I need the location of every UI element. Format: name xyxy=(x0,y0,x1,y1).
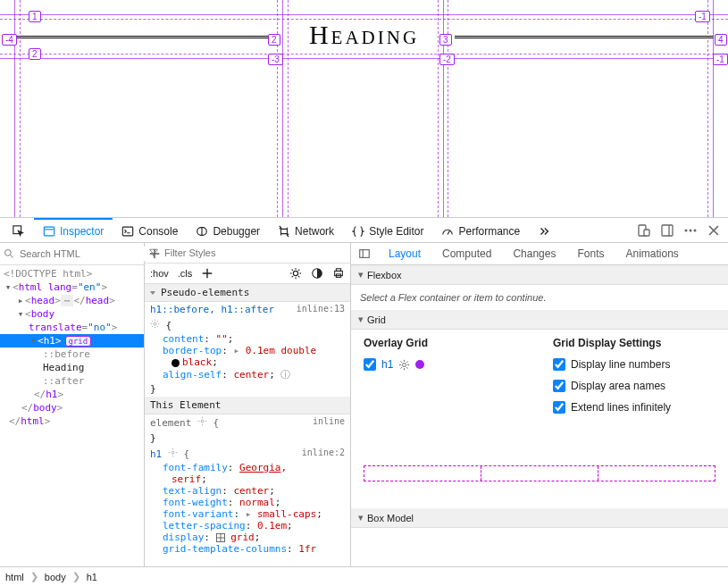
tab-style-editor[interactable]: Style Editor xyxy=(343,218,432,243)
css-declaration[interactable]: display: grid; xyxy=(145,532,350,543)
breadcrumb-item[interactable]: html xyxy=(5,572,24,582)
grid-line-number: 2 xyxy=(29,48,41,60)
cls-toggle[interactable]: .cls xyxy=(178,268,193,279)
display-line-numbers-checkbox[interactable] xyxy=(553,358,565,371)
svg-line-6 xyxy=(448,230,450,234)
dom-node[interactable]: ▾<body xyxy=(0,307,144,321)
picker-icon xyxy=(13,225,25,238)
grid-color-swatch[interactable] xyxy=(415,360,424,369)
grid-badge[interactable]: grid xyxy=(65,336,92,347)
css-declaration[interactable]: border-top: ▸ 0.1em double xyxy=(145,345,350,356)
css-declaration[interactable]: grid-template-columns: 1fr xyxy=(145,543,350,555)
css-declaration[interactable]: text-align: center; xyxy=(145,485,350,497)
dom-node[interactable]: </html> xyxy=(0,414,144,428)
svg-rect-8 xyxy=(644,230,649,236)
tabs-overflow-button[interactable] xyxy=(529,218,559,243)
dom-pseudo[interactable]: ::before xyxy=(0,347,144,361)
css-selector[interactable]: element {inline xyxy=(145,414,350,431)
flexbox-message: Select a Flex container or item to conti… xyxy=(351,285,728,310)
grid-icon[interactable] xyxy=(216,533,225,542)
css-declaration[interactable]: align-self: center; ⓘ xyxy=(145,368,350,381)
grid-line xyxy=(707,0,708,217)
dom-node[interactable]: <!DOCTYPE html> xyxy=(0,267,144,280)
grid-line-number: -2 xyxy=(439,54,455,65)
grid-line-number: -1 xyxy=(695,11,710,22)
css-selector[interactable]: h1::before, h1::afterinline:13 xyxy=(145,302,350,317)
grid-line-number: -1 xyxy=(713,54,728,65)
tab-console[interactable]: Console xyxy=(113,218,187,243)
css-declaration[interactable]: font-family: Georgia, xyxy=(145,462,350,473)
color-swatch[interactable] xyxy=(172,359,180,367)
this-element-header[interactable]: This Element xyxy=(145,397,350,414)
dom-tree[interactable]: <!DOCTYPE html> ▾<html lang="en"> ▸<head… xyxy=(0,265,144,566)
css-declaration[interactable]: letter-spacing: 0.1em; xyxy=(145,520,350,532)
filter-styles-input[interactable] xyxy=(163,246,347,260)
info-icon[interactable]: ⓘ xyxy=(280,369,290,381)
light-theme-button[interactable] xyxy=(289,267,302,280)
dark-theme-button[interactable] xyxy=(311,267,323,280)
svg-rect-1 xyxy=(44,227,54,236)
tab-inspector[interactable]: Inspector xyxy=(34,218,113,243)
dom-text-node[interactable]: Heading xyxy=(0,361,144,374)
grid-outline-preview xyxy=(364,465,715,481)
layout-tab-animations[interactable]: Animations xyxy=(615,243,689,264)
heading-rule-right xyxy=(455,36,714,38)
extend-lines-checkbox[interactable] xyxy=(553,401,565,414)
overlay-grid-item[interactable]: h1 xyxy=(381,358,393,371)
display-area-names-checkbox[interactable] xyxy=(553,380,565,392)
tab-network[interactable]: Network xyxy=(269,218,343,243)
css-declaration[interactable]: content: ""; xyxy=(145,333,350,345)
layout-tab-layout[interactable]: Layout xyxy=(378,243,431,264)
dom-pseudo[interactable]: ::after xyxy=(0,374,144,388)
gear-icon[interactable] xyxy=(150,319,160,329)
dom-node[interactable]: ▾<html lang="en"> xyxy=(0,280,144,294)
css-declaration[interactable]: black; xyxy=(145,356,350,368)
dock-mode-button[interactable] xyxy=(660,223,674,238)
expand-toggle[interactable]: ▾ xyxy=(29,335,38,347)
grid-accordion[interactable]: ▾Grid xyxy=(351,310,728,330)
dom-node[interactable]: ▸<head>⋯</head> xyxy=(0,294,144,307)
gear-icon[interactable] xyxy=(168,448,178,457)
layout-tab-changes[interactable]: Changes xyxy=(502,243,566,264)
print-media-button[interactable] xyxy=(332,267,345,280)
close-devtools-button[interactable] xyxy=(707,223,721,238)
filter-icon xyxy=(148,247,159,258)
css-declaration[interactable]: serif; xyxy=(145,473,350,485)
css-selector[interactable]: h1 {inline:2 xyxy=(145,446,350,462)
css-declaration[interactable]: font-variant: ▸ small-caps; xyxy=(145,508,350,520)
search-html-input[interactable] xyxy=(18,247,145,261)
breadcrumb-item[interactable]: body xyxy=(45,572,66,582)
pseudo-section-header[interactable]: Pseudo-elements xyxy=(145,284,350,302)
page-viewport: Heading 1 2 2 -3 3 -2 -1 4 -1 -4 xyxy=(0,0,728,218)
more-options-button[interactable] xyxy=(683,223,698,238)
tab-debugger[interactable]: Debugger xyxy=(187,218,269,243)
dom-node[interactable]: </h1> xyxy=(0,388,144,401)
chevron-double-right-icon xyxy=(538,225,550,238)
expand-toggle[interactable]: ▾ xyxy=(16,308,25,320)
flexbox-accordion[interactable]: ▾Flexbox xyxy=(351,265,728,285)
toggle-sidebar-button[interactable] xyxy=(351,243,378,264)
grid-line xyxy=(20,0,21,217)
gear-icon[interactable] xyxy=(197,416,207,426)
grid-line xyxy=(0,19,728,20)
gear-icon[interactable] xyxy=(398,359,410,371)
element-picker-button[interactable] xyxy=(4,218,34,243)
layout-tab-fonts[interactable]: Fonts xyxy=(566,243,615,264)
expand-toggle[interactable]: ▸ xyxy=(16,295,25,306)
grid-line xyxy=(0,54,728,54)
dom-node-selected[interactable]: ▾<h1>grid xyxy=(0,334,144,347)
layout-tab-computed[interactable]: Computed xyxy=(431,243,502,264)
breadcrumb-item[interactable]: h1 xyxy=(87,572,97,582)
responsive-mode-button[interactable] xyxy=(637,223,651,238)
overlay-h1-checkbox[interactable] xyxy=(364,358,376,371)
dom-node[interactable]: translate="no"> xyxy=(0,321,144,334)
dom-node[interactable]: </body> xyxy=(0,401,144,414)
hov-toggle[interactable]: :hov xyxy=(150,268,169,279)
grid-line-number: 3 xyxy=(439,34,452,46)
box-model-accordion[interactable]: ▾Box Model xyxy=(351,508,728,528)
css-declaration[interactable]: font-weight: normal; xyxy=(145,497,350,508)
tab-performance[interactable]: Performance xyxy=(432,218,529,243)
add-rule-button[interactable] xyxy=(201,267,213,280)
expand-toggle[interactable]: ▾ xyxy=(4,281,13,293)
svg-point-14 xyxy=(5,250,12,256)
